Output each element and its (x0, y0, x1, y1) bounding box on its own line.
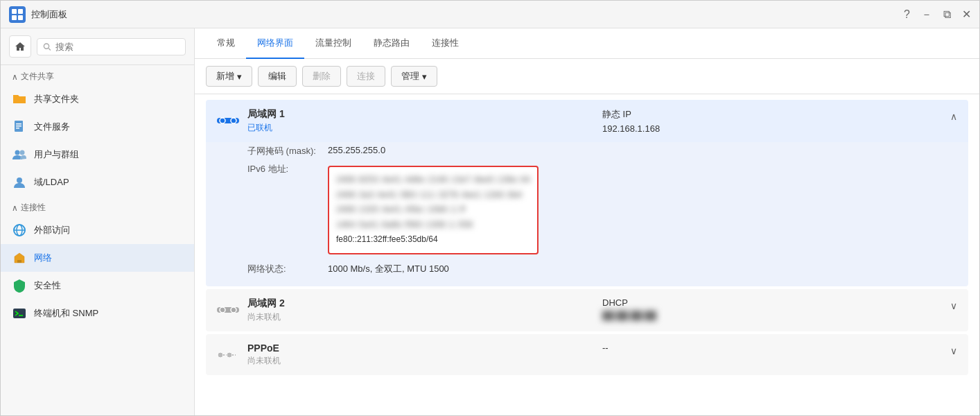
ipv6-box: 2408::8253::4e41::4d6e::2146::13e7::8ee5… (328, 166, 539, 254)
manage-dropdown-icon: ▾ (422, 71, 427, 82)
svg-point-12 (17, 177, 22, 183)
main-content: 常规 网络界面 流量控制 静态路由 连接性 新增 ▾ (195, 28, 979, 415)
svg-rect-8 (16, 125, 21, 127)
lan2-connection-icon (217, 299, 239, 321)
pppoe-type: -- (602, 343, 957, 353)
collapse-icon-file-sharing: ∧ (12, 72, 18, 82)
close-button[interactable]: ✕ (962, 9, 971, 20)
lan1-name: 局域网 1 (247, 108, 602, 121)
network-item-lan2: 局域网 2 尚未联机 DHCP ██.██.██.██ ∨ (206, 289, 968, 331)
lan1-header[interactable]: 局域网 1 已联机 静态 IP 192.168.1.168 ∧ (206, 100, 968, 142)
edit-button[interactable]: 编辑 (258, 66, 297, 87)
lan2-ip: ██.██.██.██ (602, 311, 957, 320)
network-status-label: 网络状态: (217, 263, 328, 275)
titlebar-left: 控制面板 (9, 6, 67, 23)
network-item-lan1: 局域网 1 已联机 静态 IP 192.168.1.168 ∧ 子网掩码 (ma… (206, 100, 968, 286)
sidebar-item-network[interactable]: 网络 (1, 244, 194, 272)
tab-static-route[interactable]: 静态路由 (362, 28, 421, 59)
svg-point-20 (220, 118, 225, 123)
terminal-snmp-label: 终端机和 SNMP (34, 307, 98, 320)
svg-rect-0 (12, 9, 17, 14)
tab-connectivity[interactable]: 连接性 (421, 28, 470, 59)
subnet-value: 255.255.255.0 (328, 145, 957, 157)
pppoe-name: PPPoE (247, 343, 602, 354)
lan2-chevron: ∨ (950, 300, 957, 311)
pppoe-info-left: PPPoE 尚未联机 (247, 343, 602, 367)
ipv6-line-1: 2408::8253::4e41::4d6e::2146::13e7::8ee5… (336, 173, 530, 188)
ipv6-line-5: fe80::211:32ff:fee5:35db/64 (336, 232, 530, 248)
sidebar-item-file-services[interactable]: 文件服务 (1, 113, 194, 141)
folder-icon (12, 92, 27, 107)
subnet-label: 子网掩码 (mask): (217, 145, 328, 157)
sidebar-item-domain-ldap[interactable]: 域/LDAP (1, 168, 194, 196)
ipv6-label: IPv6 地址: (217, 163, 328, 257)
window-title: 控制面板 (31, 8, 67, 21)
lan2-info-left: 局域网 2 尚未联机 (247, 297, 602, 323)
help-button[interactable]: ? (904, 9, 910, 20)
minimize-button[interactable]: － (921, 9, 932, 20)
network-item-pppoe: PPPoE 尚未联机 -- ∨ (206, 334, 968, 375)
ipv6-line-4: 1464::5a41::6a6b::f560::1308::1::558 (336, 218, 530, 233)
add-dropdown-icon: ▾ (237, 71, 242, 82)
terminal-icon (12, 306, 27, 321)
edit-label: 编辑 (268, 70, 286, 83)
restore-button[interactable]: ⧉ (943, 9, 951, 20)
tab-traffic-control[interactable]: 流量控制 (304, 28, 362, 59)
search-icon (43, 42, 51, 51)
lan2-header[interactable]: 局域网 2 尚未联机 DHCP ██.██.██.██ ∨ (206, 289, 968, 331)
lan1-info-left: 局域网 1 已联机 (247, 108, 602, 134)
users-icon (12, 147, 27, 162)
tab-network-interface[interactable]: 网络界面 (246, 28, 304, 59)
connect-button[interactable]: 连接 (347, 66, 385, 87)
network-status-value: 1000 Mb/s, 全双工, MTU 1500 (328, 263, 957, 275)
sidebar-item-users-groups[interactable]: 用户与群组 (1, 141, 194, 168)
sidebar-item-shared-folder[interactable]: 共享文件夹 (1, 85, 194, 113)
svg-rect-17 (13, 309, 26, 318)
file-services-icon (12, 119, 27, 135)
sidebar-item-external-access[interactable]: 外部访问 (1, 216, 194, 244)
lan1-network-status-row: 网络状态: 1000 Mb/s, 全双工, MTU 1500 (217, 260, 957, 278)
lan1-status: 已联机 (247, 122, 602, 134)
svg-rect-16 (17, 260, 21, 263)
svg-line-5 (49, 48, 51, 50)
external-access-icon (12, 223, 27, 238)
file-sharing-label: 文件共享 (21, 71, 54, 83)
ipv6-line-2: 2408::3a3::4e41::5B3::111::3278::4ee1::1… (336, 188, 530, 203)
security-icon (12, 278, 27, 293)
pppoe-connection-icon (217, 344, 239, 366)
pppoe-info-right: -- (602, 343, 957, 356)
shared-folder-label: 共享文件夹 (34, 93, 79, 105)
manage-button[interactable]: 管理 ▾ (391, 66, 437, 87)
pppoe-header[interactable]: PPPoE 尚未联机 -- ∨ (206, 334, 968, 375)
svg-rect-3 (18, 15, 23, 20)
svg-rect-1 (18, 9, 23, 14)
search-input[interactable] (55, 42, 180, 52)
connectivity-header[interactable]: ∧ 连接性 (1, 196, 194, 216)
domain-icon (12, 175, 27, 190)
svg-rect-7 (16, 123, 21, 125)
delete-button[interactable]: 删除 (302, 66, 341, 87)
toolbar: 新增 ▾ 编辑 删除 连接 管理 ▾ (195, 59, 979, 94)
svg-point-10 (15, 150, 20, 155)
lan1-connection-icon (217, 110, 239, 132)
svg-point-27 (227, 352, 232, 358)
lan1-type: 静态 IP (602, 108, 957, 121)
lan1-subnet-row: 子网掩码 (mask): 255.255.255.0 (217, 142, 957, 160)
main-window: 控制面板 ? － ⧉ ✕ ∧ 文件共享 (0, 0, 980, 416)
lan2-status: 尚未联机 (247, 311, 602, 323)
content-area: ∧ 文件共享 共享文件夹 文件服务 用户与群组 (1, 28, 979, 415)
sidebar-item-terminal-snmp[interactable]: 终端机和 SNMP (1, 300, 194, 327)
home-button[interactable] (9, 35, 31, 58)
pppoe-status: 尚未联机 (247, 355, 602, 367)
manage-label: 管理 (401, 70, 419, 83)
lan2-type: DHCP (602, 297, 957, 308)
lan2-info-right: DHCP ██.██.██.██ (602, 297, 957, 320)
tab-general[interactable]: 常规 (206, 28, 246, 59)
network-label: 网络 (34, 252, 52, 264)
tab-bar: 常规 网络界面 流量控制 静态路由 连接性 (195, 28, 979, 59)
domain-ldap-label: 域/LDAP (34, 176, 69, 189)
sidebar-item-security[interactable]: 安全性 (1, 272, 194, 300)
add-button[interactable]: 新增 ▾ (206, 66, 252, 87)
sidebar: ∧ 文件共享 共享文件夹 文件服务 用户与群组 (1, 28, 195, 415)
file-sharing-header[interactable]: ∧ 文件共享 (1, 65, 194, 85)
